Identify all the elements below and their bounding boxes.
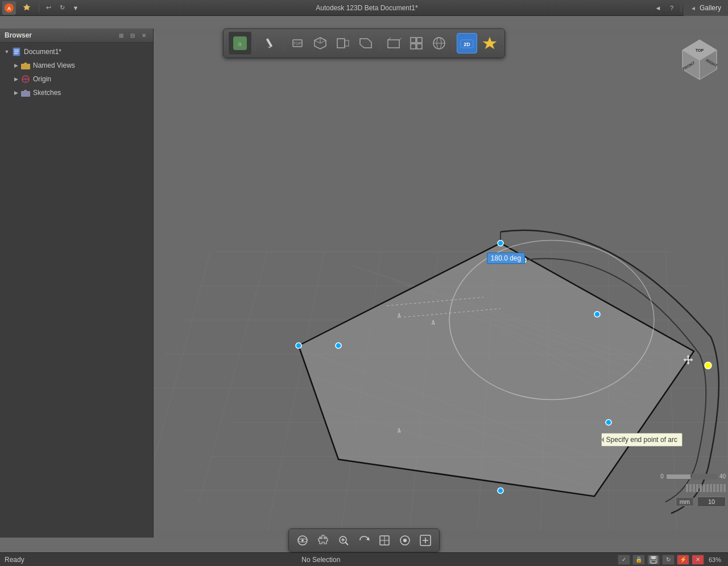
status-close-button[interactable]: ✕ bbox=[692, 555, 704, 565]
2d-sketch-button[interactable]: 2D bbox=[457, 33, 477, 53]
more-button[interactable] bbox=[416, 531, 435, 550]
svg-rect-21 bbox=[411, 44, 416, 49]
svg-point-74 bbox=[336, 343, 341, 349]
ruler: 0 40 bbox=[658, 475, 728, 509]
sep-4 bbox=[453, 35, 453, 51]
ruler-zero-label: 0 bbox=[660, 473, 664, 480]
app-title: Autodesk 123D Beta Document1* bbox=[316, 4, 417, 12]
svg-point-73 bbox=[296, 343, 301, 349]
pan-button[interactable] bbox=[314, 531, 332, 550]
tree-root[interactable]: ▼ Document1* bbox=[0, 45, 153, 59]
tree-sketches[interactable]: ▶ Sketches bbox=[0, 86, 153, 100]
svg-point-99 bbox=[301, 539, 304, 542]
origin-icon bbox=[20, 74, 31, 84]
wireframe-button[interactable] bbox=[383, 33, 404, 53]
orbit-button[interactable] bbox=[293, 531, 312, 550]
sketches-folder-icon bbox=[20, 88, 31, 98]
ruler-container: 0 40 bbox=[660, 473, 726, 507]
statusbar: Ready No Selection ✓ 🔒 ↻ ⚡ ✕ 63% bbox=[0, 552, 728, 566]
sep-1 bbox=[255, 35, 256, 51]
svg-rect-5 bbox=[266, 38, 272, 47]
browser-header: Browser ⊞ ⊟ ✕ bbox=[0, 28, 153, 43]
redo-button[interactable]: ↻ bbox=[56, 3, 68, 13]
tree-origin[interactable]: ▶ Origin bbox=[0, 72, 153, 86]
svg-rect-22 bbox=[417, 44, 422, 49]
viewcube[interactable]: TOP FRONT RIGHT bbox=[677, 34, 722, 80]
ruler-scale-row: 0 40 bbox=[660, 473, 726, 480]
svg-marker-6 bbox=[268, 47, 271, 48]
origin-expand-icon[interactable]: ▶ bbox=[11, 75, 20, 84]
frame-button[interactable] bbox=[375, 531, 394, 550]
svg-point-109 bbox=[403, 539, 407, 542]
quick-access[interactable] bbox=[18, 2, 35, 14]
svg-rect-14 bbox=[345, 40, 349, 46]
back-button[interactable]: ◄ bbox=[652, 3, 664, 13]
star-button[interactable] bbox=[479, 33, 500, 53]
svg-rect-20 bbox=[417, 38, 422, 43]
status-check-button[interactable]: ✓ bbox=[618, 555, 630, 565]
titlebar: A ↩ ↻ ▼ Autodesk 123D Beta Document1* ◄ … bbox=[0, 0, 728, 16]
svg-text:⌂: ⌂ bbox=[238, 40, 242, 47]
help-button[interactable]: ? bbox=[666, 3, 677, 13]
sep-3 bbox=[379, 35, 380, 51]
browser-controls: ⊞ ⊟ ✕ bbox=[117, 31, 148, 40]
status-save-button[interactable] bbox=[647, 555, 660, 565]
status-refresh-button[interactable]: ↻ bbox=[662, 555, 675, 565]
display-mode-button[interactable] bbox=[396, 531, 414, 550]
sketch-pencil-button[interactable] bbox=[259, 33, 280, 53]
svg-rect-19 bbox=[411, 38, 416, 43]
iso-view-button[interactable] bbox=[310, 33, 330, 53]
rotate-button[interactable] bbox=[355, 531, 373, 550]
svg-point-79 bbox=[705, 362, 712, 369]
svg-rect-114 bbox=[651, 556, 656, 559]
undo-button[interactable]: ↩ bbox=[43, 3, 54, 13]
dropdown-button[interactable]: ▼ bbox=[70, 3, 81, 13]
angle-label: 180.0 deg bbox=[487, 253, 525, 264]
sep-2 bbox=[283, 35, 284, 51]
ruler-unit: mm bbox=[676, 497, 694, 506]
svg-point-75 bbox=[498, 241, 503, 246]
root-expand-icon[interactable]: ▼ bbox=[2, 47, 11, 56]
svg-rect-16 bbox=[388, 40, 399, 48]
status-lightning-button[interactable]: ⚡ bbox=[677, 555, 689, 565]
browser-panel: Browser ⊞ ⊟ ✕ ▼ Document1* ▶ bbox=[0, 28, 154, 538]
svg-marker-15 bbox=[360, 39, 371, 48]
svg-line-18 bbox=[399, 38, 402, 40]
status-lock-button[interactable]: 🔒 bbox=[632, 555, 645, 565]
document-icon bbox=[11, 47, 22, 57]
titlebar-left: A ↩ ↻ ▼ bbox=[0, 1, 81, 15]
browser-grid-icon[interactable]: ⊞ bbox=[117, 31, 126, 40]
svg-text:TOP: TOP bbox=[293, 42, 302, 46]
svg-line-11 bbox=[320, 40, 326, 43]
svg-marker-2 bbox=[23, 4, 30, 10]
ruler-value[interactable]: 10 bbox=[697, 497, 726, 507]
front-view-button[interactable] bbox=[333, 33, 353, 53]
browser-close-icon[interactable]: ✕ bbox=[139, 31, 148, 40]
bottom-toolbar bbox=[288, 528, 440, 552]
svg-rect-33 bbox=[21, 64, 30, 69]
status-percentage: 63% bbox=[706, 556, 723, 563]
browser-split-icon[interactable]: ⊟ bbox=[128, 31, 137, 40]
gallery-tab[interactable]: ◄ Gallery bbox=[684, 0, 728, 16]
sketches-expand-icon[interactable]: ▶ bbox=[11, 88, 20, 97]
svg-text:2D: 2D bbox=[464, 42, 470, 47]
named-views-expand-icon[interactable]: ▶ bbox=[11, 61, 20, 70]
grid-display-button[interactable] bbox=[406, 33, 427, 53]
svg-rect-13 bbox=[337, 39, 345, 48]
browser-title: Browser bbox=[5, 31, 32, 39]
viewport[interactable]: 4 4 4 180.0 deg Specify end point of arc… bbox=[154, 28, 728, 538]
svg-line-101 bbox=[346, 543, 349, 546]
svg-marker-28 bbox=[483, 37, 497, 49]
status-controls: ✓ 🔒 ↻ ⚡ ✕ 63% bbox=[618, 555, 723, 565]
home-button[interactable]: ⌂ bbox=[228, 31, 252, 55]
zoom-fit-button[interactable] bbox=[334, 531, 353, 550]
ruler-40-label: 40 bbox=[719, 473, 726, 480]
tree-named-views[interactable]: ▶ Named Views bbox=[0, 59, 153, 72]
top-view-button[interactable]: TOP bbox=[287, 33, 308, 53]
sketches-label: Sketches bbox=[33, 89, 61, 97]
right-view-button[interactable] bbox=[355, 33, 376, 53]
material-button[interactable] bbox=[429, 33, 449, 53]
app-icon: A bbox=[2, 1, 16, 15]
svg-text:TOP: TOP bbox=[696, 48, 704, 52]
viewport-svg: 4 4 4 bbox=[154, 28, 728, 538]
